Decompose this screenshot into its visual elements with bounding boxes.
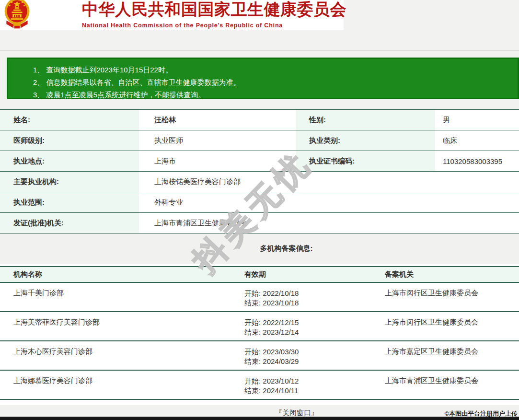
table-row: 医师级别: 执业医师 执业类别: 临床	[0, 130, 519, 151]
table-row: 主要执业机构: 上海桉锘美医疗美容门诊部	[0, 172, 519, 192]
org-validity: 开始: 2023/03/30 结束: 2024/03/29	[231, 347, 371, 370]
notice-line-2: 2、 信息数据结果以各省、自治区、直辖市卫生健康委数据为准。	[33, 76, 518, 89]
value-doctor-level: 执业医师	[139, 130, 296, 151]
org-name: 上海美蒂菲医疗美容门诊部	[0, 318, 231, 340]
validity-end: 结束: 2023/10/18	[244, 298, 371, 308]
value-name: 汪松林	[139, 110, 296, 130]
doctor-info-table: 姓名: 汪松林 性别: 男 医师级别: 执业医师 执业类别: 临床 执业地点: …	[0, 109, 519, 233]
value-gender: 男	[435, 110, 519, 130]
table-row: 发证(批准)机关: 上海市青浦区卫生健康委员会	[0, 213, 519, 233]
multi-org-section-heading: 多机构备案信息:	[0, 233, 519, 264]
label-practice-place: 执业地点:	[0, 151, 139, 171]
org-validity: 开始: 2022/10/18 结束: 2023/10/18	[231, 289, 371, 311]
validity-start: 开始: 2022/10/18	[244, 289, 371, 298]
value-practice-category: 临床	[435, 130, 519, 151]
org-authority: 上海市嘉定区卫生健康委员会	[371, 347, 519, 370]
column-header-org-name: 机构名称	[0, 270, 231, 279]
column-header-validity: 有效期	[231, 270, 371, 279]
table-row: 上海千美门诊部 开始: 2022/10/18 结束: 2023/10/18 上海…	[0, 283, 519, 312]
org-authority: 上海市闵行区卫生健康委员会	[371, 318, 519, 340]
column-header-authority: 备案机关	[371, 270, 519, 279]
multi-org-section-title: 多机构备案信息:	[260, 244, 313, 253]
value-main-org: 上海桉锘美医疗美容门诊部	[139, 172, 519, 192]
table-row: 姓名: 汪松林 性别: 男	[0, 110, 519, 130]
validity-end: 结束: 2024/03/29	[244, 357, 371, 366]
org-name: 上海千美门诊部	[0, 289, 231, 311]
label-issuing-authority: 发证(批准)机关:	[0, 213, 139, 233]
label-practice-category: 执业类别:	[296, 130, 435, 151]
bottom-strip	[0, 417, 519, 420]
org-validity: 开始: 2022/12/15 结束: 2023/12/14	[231, 318, 371, 340]
org-name: 上海娜慕医疗美容门诊部	[0, 376, 231, 399]
label-gender: 性别:	[296, 110, 435, 130]
value-issuing-authority: 上海市青浦区卫生健康委员会	[139, 213, 519, 233]
multi-org-table: 机构名称 有效期 备案机关 上海千美门诊部 开始: 2022/10/18 结束:…	[0, 264, 519, 405]
page: 中华人民共和国国家卫生健康委员会 National Health Commiss…	[0, 0, 519, 420]
site-titles: 中华人民共和国国家卫生健康委员会 National Health Commiss…	[82, 0, 346, 29]
site-title-en: National Health Commission of the People…	[82, 22, 346, 29]
site-title-cn: 中华人民共和国国家卫生健康委员会	[82, 0, 346, 21]
label-doctor-level: 医师级别:	[0, 130, 139, 151]
value-practice-scope: 外科专业	[139, 192, 519, 212]
multi-org-header-row: 机构名称 有效期 备案机关	[0, 266, 519, 283]
table-row: 执业范围: 外科专业	[0, 192, 519, 213]
label-practice-scope: 执业范围:	[0, 192, 139, 212]
label-main-org: 主要执业机构:	[0, 172, 139, 192]
value-practice-place: 上海市	[139, 151, 296, 171]
validity-start: 开始: 2022/12/15	[244, 318, 371, 327]
validity-end: 结束: 2023/12/14	[244, 327, 371, 337]
label-certificate-number: 执业证书编码:	[296, 151, 435, 171]
validity-start: 开始: 2023/10/12	[244, 376, 371, 386]
header-divider	[0, 50, 519, 51]
label-name: 姓名:	[0, 110, 139, 130]
table-row: 上海木心医疗美容门诊部 开始: 2023/03/30 结束: 2024/03/2…	[0, 341, 519, 371]
value-certificate-number: 110320583003395	[435, 151, 519, 171]
org-authority: 上海市青浦区卫生健康委员会	[371, 376, 519, 399]
table-row: 执业地点: 上海市 执业证书编码: 110320583003395	[0, 151, 519, 172]
org-name: 上海木心医疗美容门诊部	[0, 347, 231, 370]
table-row: 上海娜慕医疗美容门诊部 开始: 2023/10/12 结束: 2024/10/1…	[0, 371, 519, 400]
org-authority: 上海市闵行区卫生健康委员会	[371, 289, 519, 311]
validity-start: 开始: 2023/03/30	[244, 347, 371, 357]
validity-end: 结束: 2024/10/11	[244, 386, 371, 396]
notice-line-1: 1、 查询数据截止到2023年10月15日22时。	[33, 64, 518, 76]
table-row: 上海美蒂菲医疗美容门诊部 开始: 2022/12/15 结束: 2023/12/…	[0, 312, 519, 341]
org-validity: 开始: 2023/10/12 结束: 2024/10/11	[231, 376, 371, 399]
site-header: 中华人民共和国国家卫生健康委员会 National Health Commiss…	[0, 0, 344, 30]
notice-box: 1、 查询数据截止到2023年10月15日22时。 2、 信息数据结果以各省、自…	[7, 58, 519, 99]
national-emblem-icon	[3, 0, 31, 31]
notice-line-3: 3、 凌晨1点至凌晨5点系统进行维护，不能提供查询。	[33, 89, 518, 101]
